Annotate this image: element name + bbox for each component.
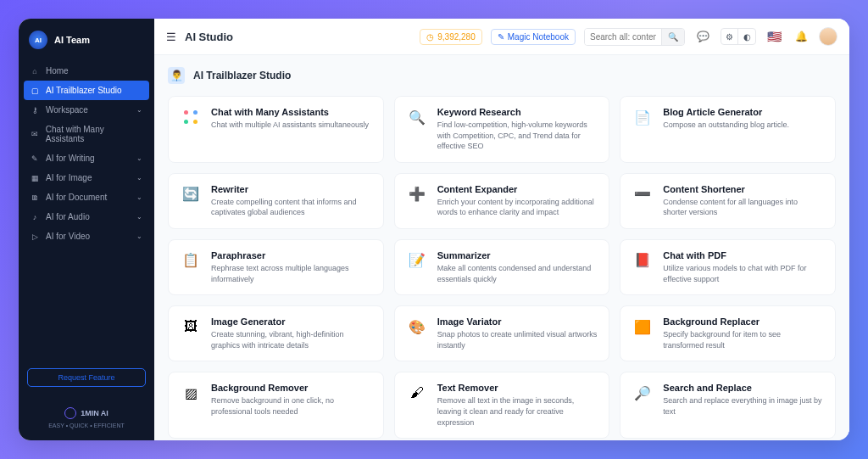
card-desc: Enrich your content by incorporating add… bbox=[437, 197, 598, 218]
chevron-down-icon: ⌄ bbox=[136, 232, 142, 240]
card-background-replacer[interactable]: 🟧Background ReplacerSpecify background f… bbox=[620, 305, 836, 361]
card-title: Search and Replace bbox=[663, 383, 823, 393]
card-icon: 🔄 bbox=[181, 184, 201, 204]
card-paraphraser[interactable]: 📋ParaphraserRephrase text across multipl… bbox=[168, 239, 384, 295]
nav-icon: 🗎 bbox=[31, 193, 39, 202]
card-rewriter[interactable]: 🔄RewriterCreate compelling content that … bbox=[168, 173, 384, 229]
card-title: Image Variator bbox=[437, 316, 598, 327]
sidebar-item-ai-trailblazer-studio[interactable]: ▢AI Trailblazer Studio bbox=[24, 81, 149, 100]
card-image-generator[interactable]: 🖼Image GeneratorCreate stunning, vibrant… bbox=[168, 305, 384, 361]
card-title: Paraphraser bbox=[211, 250, 371, 260]
hamburger-icon[interactable]: ☰ bbox=[166, 31, 176, 43]
card-blog-article-generator[interactable]: 📄Blog Article GeneratorCompose an outsta… bbox=[620, 96, 836, 163]
card-icon: 🔍 bbox=[407, 107, 427, 127]
card-icon: 📝 bbox=[407, 250, 427, 271]
sidebar-item-chat-with-many-assistants[interactable]: ✉Chat with Many Assistants bbox=[24, 120, 149, 148]
card-icon: ➕ bbox=[407, 184, 427, 204]
card-desc: Rephrase text across multiple languages … bbox=[211, 263, 371, 284]
nav-icon: ✎ bbox=[31, 154, 39, 163]
nav-icon: ▢ bbox=[31, 87, 39, 95]
topbar: ☰ AI Studio ◷ 9,392,280 ✎ Magic Notebook… bbox=[154, 19, 849, 55]
card-grid: Chat with Many AssistantsChat with multi… bbox=[168, 96, 836, 440]
card-desc: Specify background for item to see trans… bbox=[663, 329, 823, 350]
card-desc: Create compelling content that informs a… bbox=[211, 197, 371, 218]
card-content-shortener[interactable]: ➖Content ShortenerCondense content for a… bbox=[620, 173, 836, 229]
card-image-variator[interactable]: 🎨Image VariatorSnap photos to create unl… bbox=[394, 305, 610, 361]
card-desc: Condense content for all languages into … bbox=[663, 197, 823, 218]
avatar[interactable] bbox=[819, 27, 837, 46]
card-keyword-research[interactable]: 🔍Keyword ResearchFind low-competition, h… bbox=[394, 96, 610, 163]
sidebar-brand: AI AI Team bbox=[19, 19, 154, 61]
search-button[interactable]: 🔍 bbox=[661, 29, 684, 45]
card-search-and-replace[interactable]: 🔎Search and ReplaceSearch and replace ev… bbox=[620, 372, 836, 439]
bell-icon[interactable]: 🔔 bbox=[792, 27, 810, 46]
brand-logo-icon: AI bbox=[29, 31, 47, 49]
section-title: AI Trailblazer Studio bbox=[193, 70, 291, 81]
request-feature-button[interactable]: Request Feature bbox=[27, 368, 146, 387]
card-title: Keyword Research bbox=[437, 107, 598, 117]
gear-icon[interactable]: ⚙ bbox=[721, 29, 738, 44]
nav-icon: ▦ bbox=[31, 174, 39, 182]
footer-brain-icon bbox=[64, 407, 76, 419]
card-icon: 🖌 bbox=[407, 383, 427, 403]
card-background-remover[interactable]: ▨Background RemoverRemove background in … bbox=[168, 372, 384, 439]
card-desc: Make all contents condensed and understa… bbox=[437, 263, 598, 284]
card-icon: 📋 bbox=[181, 250, 201, 271]
theme-icon[interactable]: ◐ bbox=[738, 29, 755, 44]
nav-icon: ⚷ bbox=[31, 106, 39, 115]
sidebar-item-ai-for-document[interactable]: 🗎AI for Document⌄ bbox=[24, 188, 149, 207]
card-text-remover[interactable]: 🖌Text RemoverRemove all text in the imag… bbox=[394, 372, 610, 439]
footer-brand: 1MIN AI bbox=[81, 409, 108, 417]
card-title: Summarizer bbox=[437, 250, 598, 260]
nav-label: Workspace bbox=[46, 105, 88, 115]
magic-notebook-button[interactable]: ✎ Magic Notebook bbox=[491, 29, 576, 45]
card-chat-with-pdf[interactable]: 📕Chat with PDFUtilize various models to … bbox=[620, 239, 836, 295]
nav-icon: ♪ bbox=[31, 213, 39, 221]
nav-label: AI Trailblazer Studio bbox=[46, 86, 122, 95]
card-title: Blog Article Generator bbox=[663, 107, 789, 117]
card-desc: Search and replace everything in image j… bbox=[663, 395, 823, 417]
card-icon: ➖ bbox=[632, 184, 653, 204]
brand-name: AI Team bbox=[54, 35, 90, 45]
card-title: Image Generator bbox=[211, 316, 371, 327]
card-title: Rewriter bbox=[211, 184, 371, 194]
card-title: Content Expander bbox=[437, 184, 598, 194]
card-icon bbox=[181, 107, 201, 127]
card-summarizer[interactable]: 📝SummarizerMake all contents condensed a… bbox=[394, 239, 610, 295]
card-desc: Remove background in one click, no profe… bbox=[211, 395, 371, 417]
card-chat-with-many-assistants[interactable]: Chat with Many AssistantsChat with multi… bbox=[168, 96, 384, 163]
nav-label: Chat with Many Assistants bbox=[46, 125, 142, 143]
sidebar-item-workspace[interactable]: ⚷Workspace⌄ bbox=[24, 100, 149, 120]
nav-label: AI for Writing bbox=[46, 154, 95, 163]
card-title: Chat with PDF bbox=[663, 250, 823, 260]
nav-label: AI for Video bbox=[46, 232, 90, 241]
card-content-expander[interactable]: ➕Content ExpanderEnrich your content by … bbox=[394, 173, 610, 229]
card-title: Text Remover bbox=[437, 383, 598, 393]
sidebar-item-ai-for-video[interactable]: ▷AI for Video⌄ bbox=[24, 227, 149, 246]
chevron-down-icon: ⌄ bbox=[136, 213, 142, 221]
sparkle-icon: ✎ bbox=[498, 32, 504, 42]
section-icon: 👨‍💼 bbox=[168, 67, 185, 84]
nav-label: AI for Image bbox=[46, 173, 92, 182]
card-icon: 🖼 bbox=[181, 316, 201, 337]
card-icon: 🟧 bbox=[632, 316, 653, 337]
content-scroll: 👨‍💼 AI Trailblazer Studio Chat with Many… bbox=[154, 55, 849, 440]
chevron-down-icon: ⌄ bbox=[136, 106, 142, 114]
nav-label: Home bbox=[46, 66, 69, 76]
magic-notebook-label: Magic Notebook bbox=[508, 32, 569, 42]
chevron-down-icon: ⌄ bbox=[136, 193, 142, 201]
sidebar-item-ai-for-audio[interactable]: ♪AI for Audio⌄ bbox=[24, 207, 149, 227]
card-desc: Compose an outstanding blog article. bbox=[663, 120, 789, 131]
card-desc: Snap photos to create unlimited visual a… bbox=[437, 329, 598, 350]
nav-icon: ▷ bbox=[31, 232, 39, 241]
card-icon: 🔎 bbox=[632, 383, 653, 403]
card-title: Background Replacer bbox=[663, 316, 823, 327]
flag-us-icon[interactable]: 🇺🇸 bbox=[765, 27, 783, 46]
sidebar-item-ai-for-writing[interactable]: ✎AI for Writing⌄ bbox=[24, 148, 149, 168]
chat-icon[interactable]: 💬 bbox=[693, 27, 712, 46]
sidebar-item-ai-for-image[interactable]: ▦AI for Image⌄ bbox=[24, 168, 149, 188]
chevron-down-icon: ⌄ bbox=[136, 154, 142, 162]
credits-badge[interactable]: ◷ 9,392,280 bbox=[420, 29, 482, 45]
sidebar-item-home[interactable]: ⌂Home bbox=[24, 61, 149, 81]
search-input[interactable] bbox=[585, 29, 661, 45]
